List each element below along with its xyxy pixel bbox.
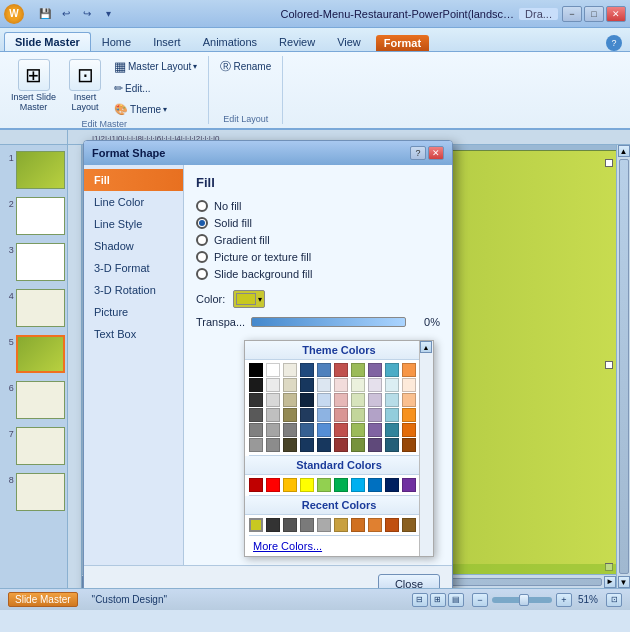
- color-swatch[interactable]: [402, 363, 416, 377]
- status-slide-master[interactable]: Slide Master: [8, 592, 78, 607]
- color-swatch[interactable]: [385, 378, 399, 392]
- slide-thumb-7[interactable]: [16, 427, 65, 465]
- color-swatch[interactable]: [300, 363, 314, 377]
- color-swatch[interactable]: [249, 438, 263, 452]
- color-swatch[interactable]: [368, 518, 382, 532]
- color-swatch[interactable]: [249, 423, 263, 437]
- color-swatch[interactable]: [368, 363, 382, 377]
- slide-thumb-8[interactable]: [16, 473, 65, 511]
- gradient-fill-option[interactable]: Gradient fill: [196, 234, 440, 246]
- zoom-slider-thumb[interactable]: [519, 594, 529, 606]
- color-swatch[interactable]: [283, 393, 297, 407]
- color-swatch[interactable]: [283, 438, 297, 452]
- color-swatch-recent-active[interactable]: [249, 518, 263, 532]
- slide-background-radio[interactable]: [196, 268, 208, 280]
- edit-master-button[interactable]: ✏ Edit...: [109, 79, 202, 98]
- color-swatch[interactable]: [368, 408, 382, 422]
- zoom-out-button[interactable]: −: [472, 593, 488, 607]
- theme-button[interactable]: 🎨 Theme ▾: [109, 100, 202, 119]
- solid-fill-radio[interactable]: [196, 217, 208, 229]
- normal-view-button[interactable]: ⊟: [412, 593, 428, 607]
- nav-item-picture[interactable]: Picture: [84, 301, 183, 323]
- color-swatch[interactable]: [368, 393, 382, 407]
- slide-thumb-1[interactable]: [16, 151, 65, 189]
- transparency-slider[interactable]: [251, 317, 406, 327]
- color-swatch[interactable]: [334, 518, 348, 532]
- color-swatch[interactable]: [249, 408, 263, 422]
- color-swatch[interactable]: [368, 378, 382, 392]
- color-swatch[interactable]: [402, 438, 416, 452]
- color-swatch[interactable]: [266, 423, 280, 437]
- color-swatch[interactable]: [249, 363, 263, 377]
- color-swatch[interactable]: [300, 478, 314, 492]
- color-swatch[interactable]: [266, 363, 280, 377]
- nav-item-3d-rotation[interactable]: 3-D Rotation: [84, 279, 183, 301]
- color-swatch[interactable]: [283, 378, 297, 392]
- color-picker-scrollbar[interactable]: ▲: [419, 341, 433, 556]
- color-swatch[interactable]: [351, 478, 365, 492]
- color-swatch[interactable]: [351, 363, 365, 377]
- zoom-slider[interactable]: [492, 597, 552, 603]
- color-swatch[interactable]: [266, 378, 280, 392]
- color-swatch[interactable]: [283, 478, 297, 492]
- slide-background-fill-option[interactable]: Slide background fill: [196, 268, 440, 280]
- color-swatch[interactable]: [402, 518, 416, 532]
- color-swatch[interactable]: [385, 423, 399, 437]
- slide-thumb-5-selected[interactable]: [16, 335, 65, 373]
- master-layout-button[interactable]: ▦ Master Layout ▾: [109, 56, 202, 77]
- color-swatch[interactable]: [317, 518, 331, 532]
- color-picker-button[interactable]: ▾: [233, 290, 265, 308]
- slide-thumb-4[interactable]: [16, 289, 65, 327]
- color-swatch[interactable]: [402, 408, 416, 422]
- color-swatch[interactable]: [334, 408, 348, 422]
- gradient-fill-radio[interactable]: [196, 234, 208, 246]
- tab-animations[interactable]: Animations: [192, 32, 268, 51]
- color-swatch[interactable]: [249, 478, 263, 492]
- dialog-close-x-button[interactable]: ✕: [428, 146, 444, 160]
- nav-item-fill[interactable]: Fill: [84, 169, 183, 191]
- dialog-help-button[interactable]: ?: [410, 146, 426, 160]
- color-swatch[interactable]: [300, 438, 314, 452]
- minimize-button[interactable]: −: [562, 6, 582, 22]
- color-swatch[interactable]: [266, 408, 280, 422]
- dropdown-button[interactable]: ▾: [99, 6, 117, 22]
- insert-layout-button[interactable]: ⊡ InsertLayout: [64, 56, 106, 116]
- color-swatch[interactable]: [317, 438, 331, 452]
- nav-item-3d-format[interactable]: 3-D Format: [84, 257, 183, 279]
- tab-review[interactable]: Review: [268, 32, 326, 51]
- color-swatch[interactable]: [334, 438, 348, 452]
- color-swatch[interactable]: [402, 478, 416, 492]
- color-swatch[interactable]: [317, 423, 331, 437]
- nav-item-text-box[interactable]: Text Box: [84, 323, 183, 345]
- color-swatch[interactable]: [317, 378, 331, 392]
- color-swatch[interactable]: [402, 393, 416, 407]
- color-swatch[interactable]: [300, 518, 314, 532]
- color-swatch[interactable]: [283, 363, 297, 377]
- more-colors-link[interactable]: More Colors...: [245, 536, 433, 556]
- status-custom-design[interactable]: "Custom Design": [86, 593, 173, 606]
- tab-view[interactable]: View: [326, 32, 372, 51]
- color-swatch[interactable]: [351, 438, 365, 452]
- nav-item-line-style[interactable]: Line Style: [84, 213, 183, 235]
- reading-view-button[interactable]: ▤: [448, 593, 464, 607]
- color-swatch[interactable]: [300, 378, 314, 392]
- color-swatch[interactable]: [266, 518, 280, 532]
- color-swatch[interactable]: [266, 393, 280, 407]
- color-swatch[interactable]: [334, 378, 348, 392]
- color-swatch[interactable]: [385, 408, 399, 422]
- color-swatch[interactable]: [368, 478, 382, 492]
- slide-sorter-button[interactable]: ⊞: [430, 593, 446, 607]
- color-swatch[interactable]: [351, 423, 365, 437]
- color-swatch[interactable]: [385, 363, 399, 377]
- color-swatch[interactable]: [317, 363, 331, 377]
- color-swatch[interactable]: [368, 423, 382, 437]
- maximize-button[interactable]: □: [584, 6, 604, 22]
- nav-item-line-color[interactable]: Line Color: [84, 191, 183, 213]
- color-swatch[interactable]: [249, 378, 263, 392]
- no-fill-option[interactable]: No fill: [196, 200, 440, 212]
- color-swatch[interactable]: [385, 393, 399, 407]
- zoom-in-button[interactable]: +: [556, 593, 572, 607]
- color-swatch[interactable]: [283, 423, 297, 437]
- close-dialog-button[interactable]: Close: [378, 574, 440, 588]
- color-swatch[interactable]: [266, 438, 280, 452]
